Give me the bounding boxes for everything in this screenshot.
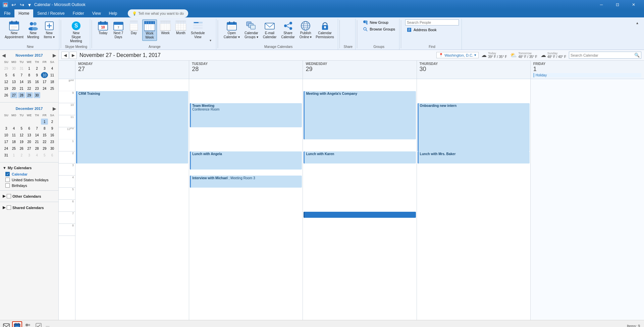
event-onboarding-intern[interactable]: Onboarding new intern bbox=[418, 103, 530, 151]
ribbon-collapse-btn[interactable]: ▲ bbox=[635, 20, 640, 25]
search-cal-btn[interactable]: 🔍 bbox=[633, 52, 641, 58]
shared-calendars-checkbox[interactable] bbox=[7, 205, 11, 210]
nov-date[interactable]: 14 bbox=[18, 79, 25, 85]
dec-date[interactable]: 2 bbox=[49, 119, 56, 125]
calendar-permissions-btn[interactable]: CalendarPermissions bbox=[315, 19, 335, 40]
dec-date[interactable]: 3 bbox=[3, 125, 10, 131]
browse-groups-btn[interactable]: Browse Groups bbox=[361, 26, 396, 32]
tell-me-box[interactable]: 💡 Tell me what you want to do bbox=[128, 9, 188, 17]
nov-date[interactable]: 7 bbox=[18, 72, 25, 78]
dec-date[interactable]: 26 bbox=[18, 145, 25, 151]
dec-date[interactable]: 30 bbox=[49, 145, 56, 151]
nov-date[interactable]: 15 bbox=[26, 79, 33, 85]
dec-date[interactable]: 23 bbox=[49, 139, 56, 145]
day-btn[interactable]: Day bbox=[127, 19, 141, 36]
event-lunch-karen[interactable]: Lunch with Karen bbox=[304, 151, 416, 164]
nov-prev-btn[interactable]: ◀ bbox=[2, 53, 6, 58]
dec-date[interactable]: 4 bbox=[34, 152, 41, 158]
cal-day-col-tue[interactable]: Team Meeting Conference Room Lunch with … bbox=[189, 79, 303, 320]
tab-view[interactable]: View bbox=[88, 9, 105, 17]
nov-date[interactable]: 1 bbox=[26, 65, 33, 71]
dec-date[interactable]: 5 bbox=[41, 152, 48, 158]
nov-date[interactable]: 12 bbox=[3, 79, 10, 85]
tab-help[interactable]: Help bbox=[105, 9, 121, 17]
nov-today[interactable]: 10 bbox=[41, 72, 48, 78]
calendar-checkbox[interactable]: ✓ bbox=[5, 172, 10, 176]
dec-date[interactable] bbox=[10, 119, 17, 125]
month-btn[interactable]: Month bbox=[174, 19, 188, 36]
next7days-btn[interactable]: 7 Next 7Days bbox=[111, 19, 125, 40]
cal-day-col-thu[interactable]: Onboarding new intern Lunch with Mrs. Ba… bbox=[417, 79, 531, 320]
dec-date[interactable]: 31 bbox=[3, 152, 10, 158]
nov-date[interactable] bbox=[41, 92, 48, 98]
nov-date[interactable]: 30 bbox=[10, 65, 17, 71]
event-meeting-angela-company[interactable]: Meeting with Angela's Company bbox=[304, 91, 416, 139]
new-group-btn[interactable]: + New Group bbox=[361, 19, 396, 25]
dec-date[interactable]: 10 bbox=[3, 132, 10, 138]
dec-date[interactable]: 14 bbox=[34, 132, 41, 138]
cal-day-col-fri[interactable] bbox=[531, 79, 644, 320]
nov-date[interactable]: 5 bbox=[3, 72, 10, 78]
tab-send-receive[interactable]: Send / Receive bbox=[33, 9, 68, 17]
nov-date[interactable]: 2 bbox=[34, 65, 41, 71]
open-calendar-btn[interactable]: OpenCalendar ▾ bbox=[222, 19, 241, 40]
nav-more-btn[interactable]: ··· bbox=[44, 323, 51, 327]
dec-date[interactable]: 16 bbox=[49, 132, 56, 138]
event-interview-michael[interactable]: Interview with Michael ; Meeting Room 3 bbox=[190, 176, 302, 188]
dec-date[interactable]: 6 bbox=[26, 125, 33, 131]
nov-next-btn[interactable]: ▶ bbox=[53, 53, 56, 58]
new-appointment-btn[interactable]: NewAppointment bbox=[4, 19, 24, 40]
dec-date[interactable]: 28 bbox=[34, 145, 41, 151]
dec-date[interactable] bbox=[34, 119, 41, 125]
dec-date[interactable]: 18 bbox=[10, 139, 17, 145]
minimize-btn[interactable]: ─ bbox=[594, 0, 609, 9]
dec-date[interactable]: 9 bbox=[49, 125, 56, 131]
birthdays-checkbox[interactable] bbox=[5, 183, 10, 188]
week-btn[interactable]: Week bbox=[158, 19, 172, 36]
dec-date[interactable]: 2 bbox=[18, 152, 25, 158]
nov-date[interactable]: 24 bbox=[41, 85, 48, 91]
nov-date[interactable]: 11 bbox=[49, 72, 56, 78]
cal-prev-btn[interactable]: ◀ bbox=[61, 52, 69, 59]
tab-home[interactable]: Home bbox=[14, 9, 33, 17]
share-calendar-btn[interactable]: ShareCalendar bbox=[279, 19, 297, 40]
schedule-view-btn[interactable]: ScheduleView bbox=[189, 19, 207, 40]
dec-date[interactable]: 5 bbox=[18, 125, 25, 131]
work-week-btn[interactable]: WorkWeek bbox=[142, 19, 157, 41]
nav-calendar-btn[interactable]: 27 bbox=[12, 321, 22, 327]
tab-folder[interactable]: Folder bbox=[69, 9, 88, 17]
address-book-btn[interactable]: Address Book bbox=[405, 27, 459, 33]
nav-people-btn[interactable] bbox=[23, 321, 33, 327]
nov-date[interactable] bbox=[49, 92, 56, 98]
nov-date[interactable]: 17 bbox=[41, 79, 48, 85]
nov-date[interactable]: 23 bbox=[34, 85, 41, 91]
undo-btn[interactable]: ↩ bbox=[10, 2, 17, 8]
cal-next-btn[interactable]: ▶ bbox=[69, 52, 77, 59]
calendar-item-holidays[interactable]: United States holidays bbox=[0, 177, 58, 183]
my-calendars-header[interactable]: ▼ My Calendars bbox=[3, 166, 56, 170]
nov-date[interactable]: 18 bbox=[49, 79, 56, 85]
nov-date[interactable]: 21 bbox=[18, 85, 25, 91]
search-people-input[interactable] bbox=[405, 19, 459, 25]
search-cal-input[interactable] bbox=[569, 53, 633, 58]
dec-date[interactable]: 8 bbox=[41, 125, 48, 131]
nav-tasks-btn[interactable] bbox=[34, 321, 44, 327]
nov-date[interactable]: 4 bbox=[49, 65, 56, 71]
shared-calendars-section[interactable]: ▶ Shared Calendars bbox=[0, 204, 58, 211]
dec-date[interactable]: 17 bbox=[3, 139, 10, 145]
other-calendars-checkbox[interactable] bbox=[7, 194, 11, 198]
cal-day-col-mon[interactable]: CRM Training bbox=[75, 79, 189, 320]
nav-mail-btn[interactable] bbox=[1, 321, 11, 327]
nov-date[interactable]: 25 bbox=[49, 85, 56, 91]
dec-date[interactable]: 24 bbox=[3, 145, 10, 151]
dec-date[interactable]: 4 bbox=[10, 125, 17, 131]
nov-date[interactable]: 28 bbox=[18, 92, 25, 98]
nov-date[interactable]: 9 bbox=[34, 72, 41, 78]
dec-date[interactable] bbox=[18, 119, 25, 125]
holidays-checkbox[interactable] bbox=[5, 178, 10, 182]
email-calendar-btn[interactable]: E-mailCalendar bbox=[261, 19, 278, 40]
nov-date[interactable]: 31 bbox=[18, 65, 25, 71]
nov-date[interactable]: 27 bbox=[10, 92, 17, 98]
event-crm-training[interactable]: CRM Training bbox=[76, 91, 188, 164]
nov-date[interactable]: 3 bbox=[41, 65, 48, 71]
